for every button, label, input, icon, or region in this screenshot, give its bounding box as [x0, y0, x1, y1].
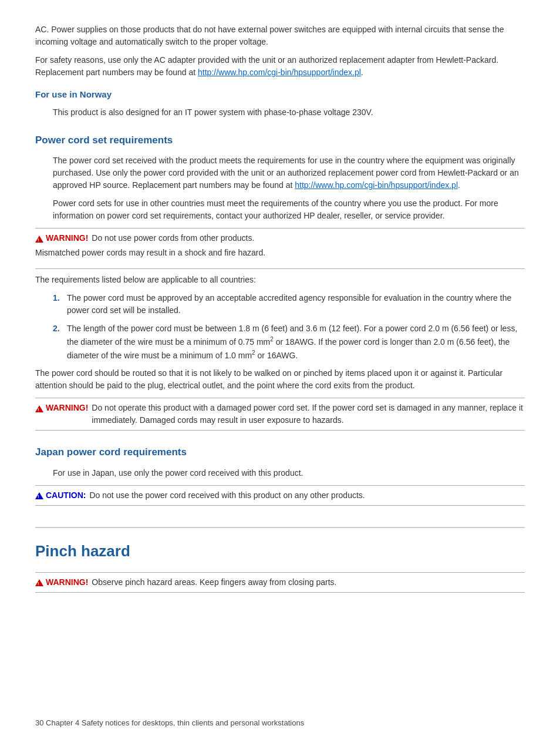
caution-triangle-icon: [35, 492, 43, 499]
intro-paragraph-1: AC. Power supplies on those products tha…: [35, 23, 525, 48]
power-cord-para1: The power cord set received with the pro…: [53, 154, 525, 191]
pinch-warning-line: WARNING! Observe pinch hazard areas. Kee…: [35, 576, 525, 589]
routing-para: The power cord should be routed so that …: [35, 367, 525, 392]
pinch-warning-label: WARNING!: [35, 576, 88, 589]
power-cord-para1-link[interactable]: http://www.hp.com/cgi-bin/hpsupport/inde…: [295, 180, 458, 190]
list-item-2: The length of the power cord must be bet…: [53, 322, 525, 361]
warning-label-1: WARNING!: [35, 232, 88, 244]
requirements-intro: The requirements listed below are applic…: [35, 274, 525, 286]
pinch-warning-text: Observe pinch hazard areas. Keep fingers…: [92, 576, 336, 589]
warning-text-1: Do not use power cords from other produc…: [92, 232, 254, 244]
for-use-norway-heading: For use in Norway: [35, 88, 525, 102]
pinch-warning-block: WARNING! Observe pinch hazard areas. Kee…: [35, 572, 525, 593]
warning-block-1: WARNING! Do not use power cords from oth…: [35, 228, 525, 269]
caution-block: CAUTION: Do not use the power cord recei…: [35, 485, 525, 506]
warning-triangle-icon-2: [35, 405, 43, 412]
intro-p2-link[interactable]: http://www.hp.com/cgi-bin/hpsupport/inde…: [198, 68, 361, 77]
warning-secondary-1: Mismatched power cords may result in a s…: [35, 244, 525, 259]
list-item-1: The power cord must be approved by an ac…: [53, 292, 525, 317]
page-footer: 30 Chapter 4 Safety notices for desktops…: [35, 717, 525, 729]
footer-text: 30 Chapter 4 Safety notices for desktops…: [35, 718, 304, 727]
for-use-norway-body: This product is also designed for an IT …: [53, 106, 525, 119]
warning-text-2: Do not operate this product with a damag…: [92, 402, 525, 426]
intro-paragraph-2: For safety reasons, use only the AC adap…: [35, 54, 525, 79]
list-item-1-text: The power cord must be approved by an ac…: [67, 292, 525, 317]
warning-label-2: WARNING!: [35, 402, 88, 414]
intro-p2-end: .: [361, 68, 363, 77]
warning-line-2: WARNING! Do not operate this product wit…: [35, 402, 525, 426]
list-item-2-text: The length of the power cord must be bet…: [67, 322, 525, 361]
power-cord-heading: Power cord set requirements: [35, 133, 525, 148]
warning-triangle-icon-1: [35, 236, 43, 243]
power-cord-para1-end: .: [458, 180, 460, 190]
japan-heading: Japan power cord requirements: [35, 445, 525, 460]
warning-line-1: WARNING! Do not use power cords from oth…: [35, 232, 525, 244]
japan-body: For use in Japan, use only the power cor…: [53, 467, 525, 479]
power-cord-para2: Power cord sets for use in other countri…: [53, 197, 525, 222]
caution-label: CAUTION:: [35, 489, 86, 502]
pinch-warning-triangle-icon: [35, 579, 43, 586]
warning-block-2: WARNING! Do not operate this product wit…: [35, 398, 525, 431]
pinch-hazard-heading: Pinch hazard: [35, 527, 525, 563]
requirements-list: The power cord must be approved by an ac…: [53, 292, 525, 361]
caution-line: CAUTION: Do not use the power cord recei…: [35, 489, 525, 502]
caution-text: Do not use the power cord received with …: [89, 489, 365, 502]
page-content: AC. Power supplies on those products tha…: [35, 23, 525, 593]
